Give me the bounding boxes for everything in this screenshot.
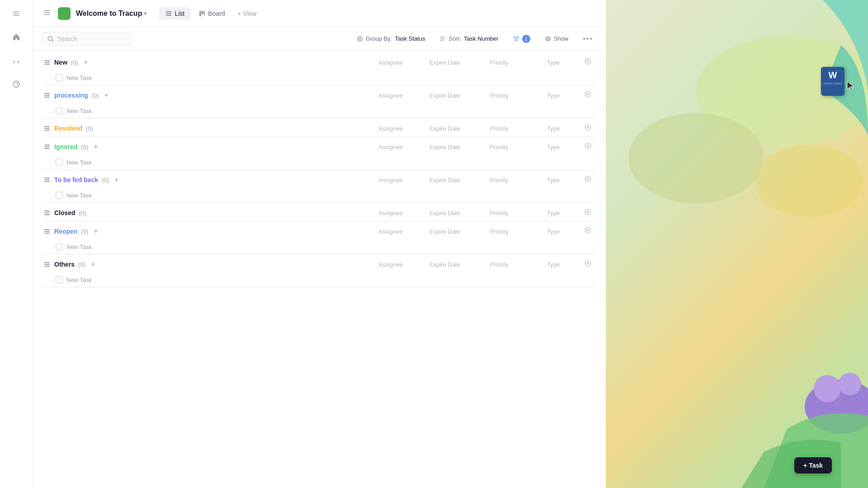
expand-icon[interactable] — [8, 52, 24, 69]
search-input[interactable]: Search — [42, 32, 132, 46]
tab-board[interactable]: Board — [193, 7, 231, 20]
section-collapse-closed[interactable] — [43, 210, 51, 216]
group-by-button[interactable]: Group By: Task Status — [353, 33, 429, 44]
col-type-reopen: Type — [526, 228, 580, 235]
section-header-resolved[interactable]: Resolved (0)AssigneeExpire DatePriorityT… — [40, 120, 599, 136]
task-rows-reopen: New Task — [40, 239, 599, 254]
section-header-others[interactable]: Others (0)+AssigneeExpire DatePriorityTy… — [40, 256, 599, 272]
toolbar-right: Group By: Task Status Sort: Task Number … — [353, 33, 597, 45]
workspace-title[interactable]: Welcome to Tracup ▾ — [76, 9, 146, 18]
col-type-closed: Type — [526, 210, 580, 216]
map-background: W video notes — [606, 0, 868, 488]
col-priority-new: Priority — [472, 59, 526, 66]
add-view-label: + View — [238, 10, 257, 17]
section-header-closed[interactable]: Closed (0)AssigneeExpire DatePriorityTyp… — [40, 205, 599, 221]
task-checkbox[interactable] — [56, 107, 63, 114]
show-button[interactable]: Show — [541, 33, 572, 44]
col-expire_date-new: Expire Date — [418, 59, 472, 66]
task-row[interactable]: New Task — [51, 103, 599, 118]
collapse-sidebar-btn[interactable] — [8, 5, 24, 22]
task-row[interactable]: New Task — [51, 272, 599, 287]
svg-rect-17 — [440, 37, 444, 38]
task-checkbox[interactable] — [56, 74, 63, 81]
sort-label: Sort: — [449, 35, 461, 42]
section-collapse-resolved[interactable] — [43, 126, 51, 131]
section-header-to-be-fed-back[interactable]: To be fed back (0)+AssigneeExpire DatePr… — [40, 172, 599, 188]
section-header-processing[interactable]: processing (0)+AssigneeExpire DatePriori… — [40, 87, 599, 103]
task-row[interactable]: New Task — [51, 70, 599, 85]
section-header-ignored[interactable]: Ignored (0)+AssigneeExpire DatePriorityT… — [40, 139, 599, 155]
section-add-ignored[interactable]: + — [94, 143, 98, 151]
col-priority-others: Priority — [472, 261, 526, 268]
svg-rect-45 — [44, 178, 50, 178]
section-title-resolved: Resolved — [54, 125, 82, 132]
svg-rect-5 — [44, 12, 50, 13]
svg-rect-59 — [44, 233, 50, 234]
task-row[interactable]: New Task — [51, 239, 599, 254]
group-by-label: Group By: — [366, 35, 392, 42]
svg-rect-41 — [44, 148, 50, 149]
sort-button[interactable]: Sort: Task Number — [436, 33, 502, 44]
refresh-icon[interactable] — [8, 76, 24, 92]
section-columns-new: AssigneeExpire DatePriorityType — [363, 58, 595, 67]
section-add-reopen[interactable]: + — [94, 227, 98, 235]
section-header-new[interactable]: New (0)+AssigneeExpire DatePriorityType — [40, 54, 599, 70]
col-add-closed[interactable] — [580, 208, 595, 217]
svg-rect-33 — [44, 126, 50, 127]
col-priority-processing: Priority — [472, 92, 526, 99]
task-checkbox[interactable] — [56, 276, 63, 283]
section-collapse-new[interactable] — [43, 60, 51, 65]
svg-rect-22 — [44, 62, 50, 63]
section-count-reopen: (0) — [81, 228, 88, 235]
section-reopen: Reopen (0)+AssigneeExpire DatePriorityTy… — [40, 223, 599, 254]
svg-rect-46 — [44, 179, 50, 180]
task-row[interactable]: New Task — [51, 188, 599, 202]
task-name: New Task — [66, 277, 595, 283]
task-checkbox[interactable] — [56, 192, 63, 199]
svg-rect-19 — [440, 40, 443, 41]
col-assignee-reopen: Assignee — [363, 228, 418, 235]
col-add-to-be-fed-back[interactable] — [580, 175, 595, 184]
tab-list[interactable]: List — [159, 7, 191, 20]
section-collapse-to-be-fed-back[interactable] — [43, 177, 51, 183]
section-header-reopen[interactable]: Reopen (0)+AssigneeExpire DatePriorityTy… — [40, 223, 599, 239]
section-collapse-others[interactable] — [43, 262, 51, 267]
home-icon[interactable] — [8, 29, 24, 45]
more-options-button[interactable]: ••• — [579, 33, 597, 45]
task-name: New Task — [66, 108, 595, 114]
col-add-resolved[interactable] — [580, 124, 595, 133]
col-add-processing[interactable] — [580, 91, 595, 100]
section-collapse-ignored[interactable] — [43, 144, 51, 150]
workspace-dropdown-icon[interactable]: ▾ — [144, 10, 146, 17]
svg-rect-63 — [44, 262, 50, 263]
task-checkbox[interactable] — [56, 243, 63, 250]
section-collapse-processing[interactable] — [43, 93, 51, 98]
filter-button[interactable]: 1 — [509, 33, 534, 45]
word-icon[interactable]: W video notes — [821, 67, 844, 96]
task-rows-new: New Task — [40, 70, 599, 85]
section-add-others[interactable]: + — [91, 260, 95, 268]
add-view-button[interactable]: + View — [233, 7, 261, 20]
section-new: New (0)+AssigneeExpire DatePriorityTypeN… — [40, 54, 599, 85]
section-add-new[interactable]: + — [84, 58, 88, 66]
section-add-to-be-fed-back[interactable]: + — [114, 176, 118, 184]
sidebar — [0, 0, 33, 488]
task-checkbox[interactable] — [56, 159, 63, 166]
collapse-button[interactable] — [42, 7, 52, 20]
section-add-processing[interactable]: + — [104, 91, 108, 99]
svg-rect-40 — [44, 146, 50, 147]
col-add-others[interactable] — [580, 260, 595, 269]
task-row[interactable]: New Task — [51, 155, 599, 169]
col-add-ignored[interactable] — [580, 142, 595, 151]
col-add-new[interactable] — [580, 58, 595, 67]
word-icon-subtitle: video notes — [824, 81, 842, 86]
col-assignee-resolved: Assignee — [363, 125, 418, 132]
svg-rect-23 — [44, 64, 50, 65]
svg-rect-35 — [44, 130, 50, 131]
section-collapse-reopen[interactable] — [43, 229, 51, 234]
col-add-reopen[interactable] — [580, 227, 595, 236]
add-task-fab[interactable]: + Task — [794, 457, 832, 474]
task-rows-others: New Task — [40, 272, 599, 287]
workspace-badge — [58, 7, 71, 20]
section-count-others: (0) — [78, 261, 85, 268]
